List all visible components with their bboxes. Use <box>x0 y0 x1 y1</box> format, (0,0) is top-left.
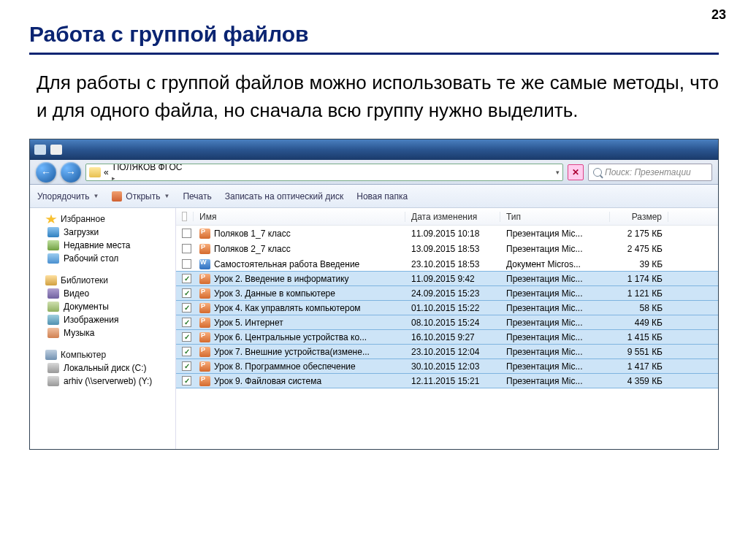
file-row[interactable]: Самостоятельная работа Введение 23.10.20… <box>176 256 718 272</box>
search-icon <box>593 168 602 177</box>
file-type: Презентация Mic... <box>500 244 610 254</box>
file-name: Урок 4. Как управлять компьютером <box>214 303 361 313</box>
row-checkbox[interactable]: ✓ <box>182 332 191 342</box>
sidebar-item[interactable]: Изображения <box>30 313 175 326</box>
row-checkbox[interactable]: ✓ <box>182 361 191 371</box>
powerpoint-icon <box>199 244 210 254</box>
file-row[interactable]: ✓ Урок 2. Введение в информатику 11.09.2… <box>176 271 718 286</box>
file-row[interactable]: ✓ Урок 4. Как управлять компьютером 01.1… <box>176 300 718 315</box>
rec-icon <box>47 240 59 250</box>
breadcrumb-prefix[interactable]: « <box>102 167 110 177</box>
file-date: 08.10.2015 15:24 <box>405 318 500 328</box>
dl-icon <box>47 227 59 237</box>
sidebar-item[interactable]: Недавние места <box>30 239 175 252</box>
date-column-header[interactable]: Дата изменения <box>405 212 500 222</box>
file-row[interactable]: Поляков 1_7 класс 11.09.2015 10:18 Презе… <box>176 226 718 241</box>
file-size: 39 КБ <box>610 259 668 269</box>
powerpoint-icon <box>199 288 210 299</box>
sidebar-computer-heading[interactable]: Компьютер <box>30 348 175 361</box>
file-row[interactable]: ✓ Урок 3. Данные в компьютере 24.09.2015… <box>176 285 718 301</box>
file-row[interactable]: ✓ Урок 9. Файловая система 12.11.2015 15… <box>176 373 718 388</box>
file-size: 4 359 КБ <box>610 376 668 386</box>
disk-icon <box>47 376 59 386</box>
slide-body-text: Для работы с группой файлов можно исполь… <box>29 69 719 124</box>
file-type: Презентация Mic... <box>500 288 610 299</box>
star-icon <box>45 214 57 224</box>
sidebar-item-label: Документы <box>64 302 109 312</box>
file-row[interactable]: ✓ Урок 5. Интернет 08.10.2015 15:24 През… <box>176 315 718 330</box>
row-checkbox[interactable]: ✓ <box>182 376 191 386</box>
file-row[interactable]: Поляков 2_7 класс 13.09.2015 18:53 Презе… <box>176 241 718 256</box>
row-checkbox[interactable]: ✓ <box>182 347 191 356</box>
powerpoint-icon <box>199 274 210 284</box>
sidebar-favorites-heading[interactable]: Избранное <box>30 212 175 226</box>
search-input[interactable]: Поиск: Презентации <box>588 164 712 181</box>
file-date: 23.10.2015 18:53 <box>405 259 500 269</box>
file-date: 16.10.2015 9:27 <box>405 332 500 342</box>
file-date: 01.10.2015 15:22 <box>405 303 500 313</box>
file-date: 13.09.2015 18:53 <box>405 244 500 254</box>
sidebar-item[interactable]: Видео <box>30 287 175 300</box>
print-button[interactable]: Печать <box>183 191 211 202</box>
mus-icon <box>47 328 59 338</box>
chevron-down-icon: ▼ <box>93 193 99 199</box>
file-date: 30.10.2015 12:03 <box>405 361 500 372</box>
libraries-icon <box>45 275 57 285</box>
file-row[interactable]: ✓ Урок 8. Программное обеспечение 30.10.… <box>176 358 718 374</box>
row-checkbox[interactable] <box>182 244 191 253</box>
refresh-close-button[interactable]: ✕ <box>568 164 584 180</box>
file-row[interactable]: ✓ Урок 6. Центральные устройства ко... 1… <box>176 329 718 345</box>
type-column-header[interactable]: Тип <box>500 212 610 222</box>
sidebar-item[interactable]: Документы <box>30 300 175 313</box>
file-size: 1 121 КБ <box>610 288 668 299</box>
open-button[interactable]: Открыть ▼ <box>112 191 169 202</box>
address-bar[interactable]: « Кафедра информатики▸Уроки▸ПОЛЯКОВ ФГОС… <box>85 164 563 181</box>
file-size: 2 175 КБ <box>610 229 668 239</box>
file-list: . Имя Дата изменения Тип Размер Поляков … <box>176 208 718 449</box>
desk-icon <box>47 253 59 264</box>
sidebar-item-label: Недавние места <box>64 240 130 250</box>
sidebar-item-label: Загрузки <box>64 227 99 237</box>
breadcrumb-segment[interactable]: ПОЛЯКОВ ФГОС <box>112 164 209 172</box>
file-size: 1 417 КБ <box>610 361 668 372</box>
search-placeholder: Поиск: Презентации <box>605 167 691 177</box>
sidebar-item[interactable]: Рабочий стол <box>30 252 175 265</box>
row-checkbox[interactable]: ✓ <box>182 303 191 312</box>
row-checkbox[interactable] <box>182 229 191 238</box>
command-toolbar: Упорядочить ▼ Открыть ▼ Печать Записать … <box>30 185 718 208</box>
window-titlebar[interactable] <box>30 139 718 160</box>
sidebar-libraries-heading[interactable]: Библиотеки <box>30 274 175 287</box>
size-column-header[interactable]: Размер <box>610 212 668 222</box>
forward-button[interactable]: → <box>61 162 81 183</box>
row-checkbox[interactable]: ✓ <box>182 318 191 327</box>
file-type: Презентация Mic... <box>500 376 610 386</box>
file-name: Поляков 2_7 класс <box>214 244 291 254</box>
address-dropdown-icon[interactable]: ▾ <box>556 169 560 176</box>
file-row[interactable]: ✓ Урок 7. Внешние устройства(измене... 2… <box>176 344 718 359</box>
computer-icon <box>45 350 57 360</box>
file-name: Самостоятельная работа Введение <box>214 259 359 269</box>
back-button[interactable]: ← <box>36 162 56 183</box>
nav-bar: ← → « Кафедра информатики▸Уроки▸ПОЛЯКОВ … <box>30 160 718 185</box>
file-size: 1 415 КБ <box>610 332 668 342</box>
file-date: 12.11.2015 15:21 <box>405 376 500 386</box>
sidebar-item[interactable]: Локальный диск (C:) <box>30 361 175 375</box>
row-checkbox[interactable]: ✓ <box>182 288 191 298</box>
powerpoint-icon <box>199 318 210 328</box>
new-folder-button[interactable]: Новая папка <box>356 191 408 202</box>
organize-button[interactable]: Упорядочить ▼ <box>37 191 99 202</box>
burn-button[interactable]: Записать на оптический диск <box>225 191 344 202</box>
file-type: Презентация Mic... <box>500 229 610 239</box>
row-checkbox[interactable] <box>182 259 191 269</box>
file-name: Урок 8. Программное обеспечение <box>214 361 356 372</box>
sidebar-item-label: Музыка <box>64 328 94 338</box>
name-column-header[interactable]: Имя <box>194 212 405 222</box>
sidebar-item[interactable]: Музыка <box>30 326 175 340</box>
chevron-down-icon: ▼ <box>164 193 169 199</box>
sidebar-item-label: Видео <box>64 288 89 299</box>
explorer-window: ← → « Кафедра информатики▸Уроки▸ПОЛЯКОВ … <box>29 139 719 450</box>
sidebar-item[interactable]: arhiv (\\serverweb) (Y:) <box>30 375 175 388</box>
sidebar-item[interactable]: Загрузки <box>30 226 175 239</box>
checkbox-column-header[interactable]: . <box>176 212 194 221</box>
row-checkbox[interactable]: ✓ <box>182 274 191 283</box>
